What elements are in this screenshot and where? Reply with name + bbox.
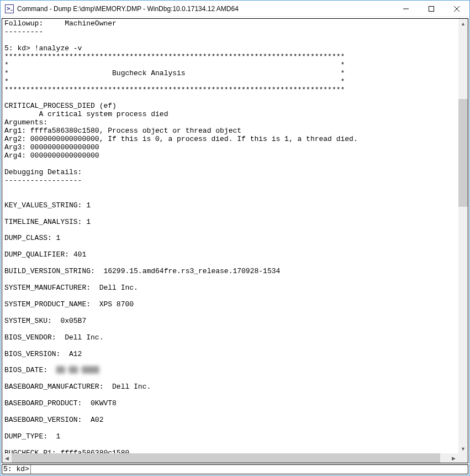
field-system-manufacturer: SYSTEM_MANUFACTURER: Dell Inc. (4, 284, 138, 292)
scrollbar-corner (458, 453, 468, 463)
field-dump-type: DUMP_TYPE: 1 (4, 432, 60, 441)
divider: --------- (4, 28, 43, 36)
field-timeline-analysis: TIMELINE_ANALYSIS: 1 (4, 218, 91, 226)
window-title: Command - Dump E:\dmp\MEMORY.DMP - WinDb… (17, 5, 393, 13)
arg2: Arg2: 0000000000000000, If this is 0, a … (4, 135, 358, 143)
hscroll-track[interactable] (12, 453, 449, 463)
field-baseboard-manufacturer: BASEBOARD_MANUFACTURER: Dell Inc. (4, 383, 151, 391)
arg3: Arg3: 0000000000000000 (4, 143, 99, 151)
field-bios-date: BIOS_DATE: ██/██/████ (4, 366, 99, 374)
field-baseboard-product: BASEBOARD_PRODUCT: 0KWVT8 (4, 399, 117, 407)
field-bios-vendor: BIOS_VENDOR: Dell Inc. (4, 333, 103, 342)
scroll-right-arrow-icon[interactable]: ▶ (449, 453, 458, 463)
output-panel: Followup: MachineOwner --------- 5: kd> … (2, 18, 468, 463)
vscroll-track[interactable] (458, 28, 468, 444)
field-dump-class: DUMP_CLASS: 1 (4, 234, 60, 242)
bugcheck-name: CRITICAL_PROCESS_DIED (ef) (4, 102, 117, 110)
redacted-value: ██/██/████ (56, 366, 99, 374)
window-buttons (393, 1, 469, 17)
scroll-up-arrow-icon[interactable]: ▲ (458, 19, 468, 28)
vscroll-thumb[interactable] (458, 99, 468, 207)
field-system-sku: SYSTEM_SKU: 0x05B7 (4, 317, 86, 325)
arg1: Arg1: ffffa586380c1580, Process object o… (4, 127, 241, 135)
svg-rect-0 (429, 6, 434, 11)
scroll-left-arrow-icon[interactable]: ◀ (2, 453, 12, 463)
banner-line: * * (4, 61, 345, 69)
arg4: Arg4: 0000000000000000 (4, 151, 99, 160)
titlebar[interactable]: Command - Dump E:\dmp\MEMORY.DMP - WinDb… (1, 1, 469, 17)
bugcheck-desc: A critical system process died (4, 110, 168, 118)
banner-line: ****************************************… (4, 53, 345, 61)
command-prompt-label: 5: kd> (2, 465, 31, 474)
scroll-down-arrow-icon[interactable]: ▼ (458, 444, 468, 453)
arguments-label: Arguments: (4, 118, 47, 127)
maximize-button[interactable] (419, 1, 444, 17)
app-icon (5, 4, 14, 13)
debugging-details-label: Debugging Details: (4, 168, 82, 176)
horizontal-scrollbar[interactable]: ◀ ▶ (2, 453, 468, 463)
field-build-version-string: BUILD_VERSION_STRING: 16299.15.amd64fre.… (4, 267, 280, 275)
hscroll-thumb[interactable] (12, 453, 440, 463)
command-output[interactable]: Followup: MachineOwner --------- 5: kd> … (2, 19, 458, 453)
command-prompt-line: 5: kd> !analyze -v (4, 44, 82, 53)
command-input[interactable] (31, 465, 468, 474)
field-baseboard-version: BASEBOARD_VERSION: A02 (4, 416, 103, 424)
close-button[interactable] (444, 1, 469, 17)
close-icon (454, 6, 460, 12)
field-dump-qualifier: DUMP_QUALIFIER: 401 (4, 250, 86, 259)
field-bugcheck-p1: BUGCHECK_P1: ffffa586380c1580 (4, 449, 129, 453)
banner-line: ****************************************… (4, 86, 345, 94)
windbg-command-window: Command - Dump E:\dmp\MEMORY.DMP - WinDb… (0, 0, 470, 476)
output-scroll-region: Followup: MachineOwner --------- 5: kd> … (2, 19, 468, 453)
field-system-product-name: SYSTEM_PRODUCT_NAME: XPS 8700 (4, 300, 134, 308)
minimize-icon (403, 6, 409, 12)
command-input-bar: 5: kd> (2, 464, 468, 474)
followup-line: Followup: MachineOwner (4, 19, 117, 28)
divider: ------------------ (4, 176, 82, 185)
banner-line: * * (4, 77, 345, 86)
vertical-scrollbar[interactable]: ▲ ▼ (458, 19, 468, 453)
maximize-icon (429, 6, 434, 12)
client-area: Followup: MachineOwner --------- 5: kd> … (1, 17, 469, 475)
banner-title: * Bugcheck Analysis * (4, 69, 345, 77)
minimize-button[interactable] (393, 1, 419, 17)
field-key-values-string: KEY_VALUES_STRING: 1 (4, 201, 91, 210)
field-bios-version: BIOS_VERSION: A12 (4, 350, 82, 358)
